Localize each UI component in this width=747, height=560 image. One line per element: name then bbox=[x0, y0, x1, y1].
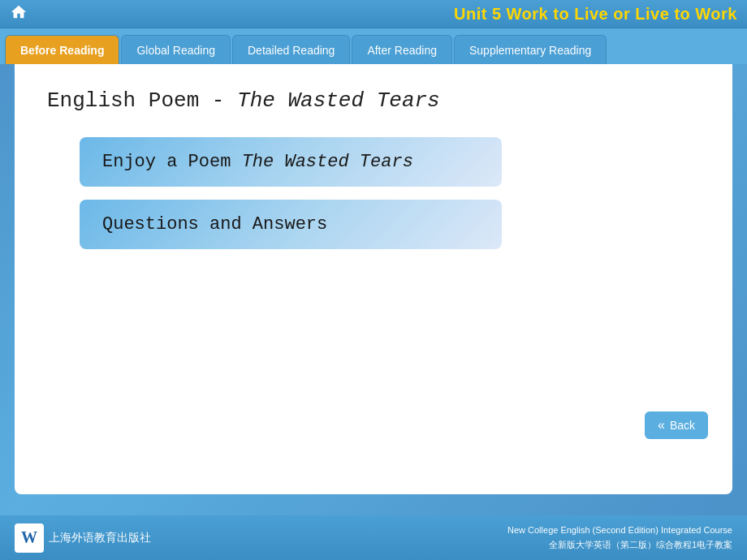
tab-after-reading[interactable]: After Reading bbox=[352, 35, 452, 64]
footer-bar: W 上海外语教育出版社 New College English (Second … bbox=[0, 515, 747, 560]
enjoy-poem-card[interactable]: Enjoy a Poem The Wasted Tears bbox=[80, 137, 502, 187]
footer-logo: W 上海外语教育出版社 bbox=[15, 523, 151, 553]
home-icon[interactable] bbox=[10, 3, 28, 25]
tab-supplementary-reading[interactable]: Supplementary Reading bbox=[454, 35, 607, 64]
footer-publisher-name: 上海外语教育出版社 bbox=[49, 531, 151, 545]
tab-before-reading[interactable]: Before Reading bbox=[5, 35, 119, 64]
back-button[interactable]: « Back bbox=[645, 411, 708, 439]
content-cards-container: Enjoy a Poem The Wasted Tears Questions … bbox=[80, 137, 700, 249]
tab-bar: Before Reading Global Reading Detailed R… bbox=[0, 28, 747, 64]
tab-detailed-reading[interactable]: Detailed Reading bbox=[232, 35, 350, 64]
page-title: English Poem - The Wasted Tears bbox=[47, 88, 700, 113]
main-content-area: English Poem - The Wasted Tears Enjoy a … bbox=[15, 64, 732, 494]
footer-right-info: New College English (Second Edition) Int… bbox=[507, 523, 732, 552]
logo-w-icon: W bbox=[15, 523, 44, 553]
page-unit-title: Unit 5 Work to Live or Live to Work bbox=[454, 5, 737, 24]
back-chevron-icon: « bbox=[658, 418, 665, 433]
tab-global-reading[interactable]: Global Reading bbox=[121, 35, 231, 64]
header-bar: Unit 5 Work to Live or Live to Work bbox=[0, 0, 747, 28]
questions-answers-card[interactable]: Questions and Answers bbox=[80, 200, 502, 249]
app-container: Unit 5 Work to Live or Live to Work Befo… bbox=[0, 0, 747, 560]
